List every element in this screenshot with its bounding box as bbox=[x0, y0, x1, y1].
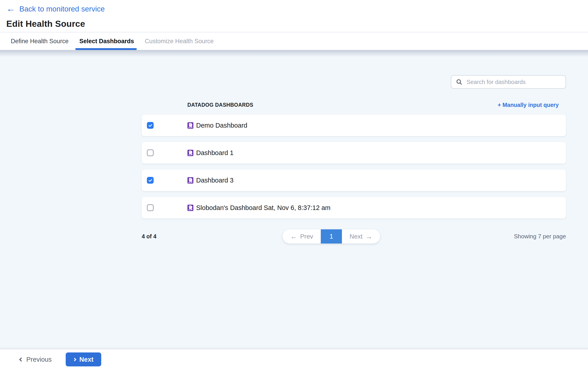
column-header: DATADOG DASHBOARDS bbox=[187, 102, 253, 108]
result-count: 4 of 4 bbox=[142, 233, 305, 240]
per-page-label: Showing 7 per page bbox=[514, 233, 566, 240]
check-icon bbox=[148, 123, 153, 128]
previous-button-label: Previous bbox=[26, 356, 52, 363]
pagination-prev-label: Prev bbox=[300, 233, 313, 240]
dashboard-checkbox[interactable] bbox=[147, 149, 154, 156]
page-title: Edit Health Source bbox=[6, 19, 588, 29]
tab-bar: Define Health Source Select Dashboards C… bbox=[0, 32, 588, 50]
pagination-next-label: Next bbox=[350, 233, 363, 240]
dashboard-checkbox[interactable] bbox=[147, 177, 154, 184]
pagination-next-button[interactable]: Next → bbox=[342, 229, 380, 243]
dashboard-list: Demo Dashboard Dashboard 1 bbox=[142, 115, 566, 218]
wizard-footer: Previous Next bbox=[0, 349, 588, 370]
search-input[interactable] bbox=[466, 78, 561, 86]
datadog-icon bbox=[187, 122, 193, 129]
back-arrow-icon: ← bbox=[6, 4, 15, 13]
dashboard-name: Demo Dashboard bbox=[196, 122, 247, 129]
dashboard-table: DATADOG DASHBOARDS + Manually input quer… bbox=[142, 102, 566, 243]
next-button[interactable]: Next bbox=[66, 352, 101, 366]
dashboard-row[interactable]: Dashboard 3 bbox=[142, 169, 566, 191]
dashboard-name: Slobodan's Dashboard Sat, Nov 6, 8:37:12… bbox=[196, 204, 330, 212]
pagination-row: 4 of 4 ← Prev 1 Next → Showing 7 per pag… bbox=[142, 229, 566, 243]
search-box[interactable] bbox=[451, 75, 566, 89]
back-link[interactable]: ← Back to monitored service bbox=[6, 4, 105, 13]
dashboard-checkbox[interactable] bbox=[147, 122, 154, 129]
page-header: ← Back to monitored service Edit Health … bbox=[0, 0, 588, 32]
dashboard-name-cell: Demo Dashboard bbox=[187, 122, 247, 129]
check-icon bbox=[148, 178, 153, 183]
datadog-icon bbox=[187, 177, 193, 184]
dashboard-checkbox[interactable] bbox=[147, 204, 154, 211]
pagination-prev-button[interactable]: ← Prev bbox=[283, 229, 321, 243]
dashboard-row[interactable]: Dashboard 1 bbox=[142, 142, 566, 164]
pagination: ← Prev 1 Next → bbox=[283, 229, 380, 243]
dashboard-name-cell: Dashboard 3 bbox=[187, 177, 233, 184]
previous-button[interactable]: Previous bbox=[19, 356, 53, 363]
tab-define-health-source[interactable]: Define Health Source bbox=[11, 33, 69, 50]
pagination-page-1[interactable]: 1 bbox=[321, 229, 342, 243]
next-button-label: Next bbox=[79, 356, 94, 363]
chevron-left-icon bbox=[19, 357, 23, 361]
back-link-label: Back to monitored service bbox=[19, 5, 105, 13]
chevron-right-icon bbox=[73, 358, 76, 361]
manual-query-link[interactable]: + Manually input query bbox=[498, 102, 559, 108]
tab-customize-health-source[interactable]: Customize Health Source bbox=[145, 33, 214, 50]
next-arrow-icon: → bbox=[366, 233, 372, 240]
dashboard-name: Dashboard 3 bbox=[196, 177, 233, 184]
dashboard-row[interactable]: Demo Dashboard bbox=[142, 115, 566, 136]
tab-select-dashboards[interactable]: Select Dashboards bbox=[79, 33, 134, 50]
dashboard-name-cell: Dashboard 1 bbox=[187, 149, 233, 157]
content-area: DATADOG DASHBOARDS + Manually input quer… bbox=[0, 50, 588, 349]
search-icon bbox=[456, 78, 462, 85]
dashboard-row[interactable]: Slobodan's Dashboard Sat, Nov 6, 8:37:12… bbox=[142, 197, 566, 218]
datadog-icon bbox=[187, 205, 193, 211]
dashboard-name: Dashboard 1 bbox=[196, 149, 233, 157]
prev-arrow-icon: ← bbox=[290, 233, 297, 240]
search-row bbox=[0, 50, 588, 89]
list-header: DATADOG DASHBOARDS + Manually input quer… bbox=[142, 102, 566, 108]
dashboard-name-cell: Slobodan's Dashboard Sat, Nov 6, 8:37:12… bbox=[187, 204, 330, 212]
datadog-icon bbox=[187, 150, 193, 156]
